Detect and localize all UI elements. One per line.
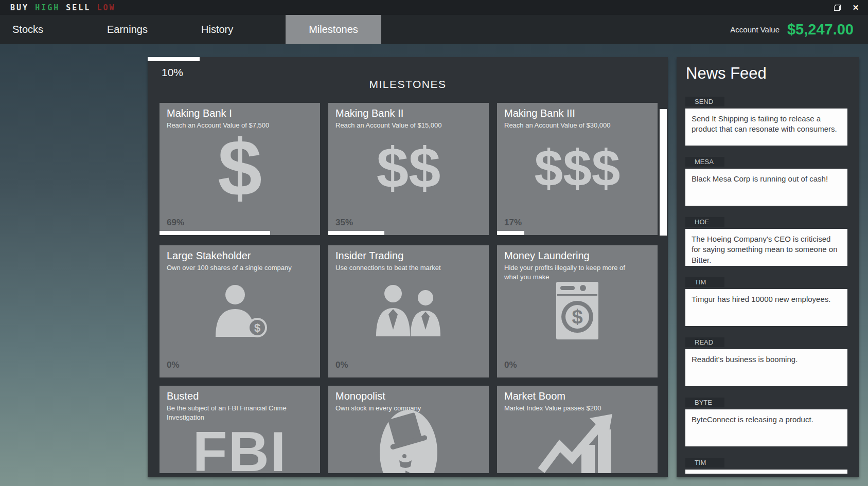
svg-text:$: $ [572, 306, 582, 328]
milestones-heading: MILESTONES [148, 78, 668, 91]
tab-history[interactable]: History [201, 15, 233, 44]
milestone-card-money-laundering: Money Laundering Hide your profits illeg… [497, 245, 658, 377]
svg-text:$: $ [254, 321, 260, 334]
news-item-text: Black Mesa Corp is running out of cash! [685, 169, 847, 206]
news-item-text: Send It Shipping is failing to release a… [685, 109, 847, 146]
window-controls: ✕ [832, 0, 861, 15]
milestone-title: Market Boom [497, 386, 658, 402]
milestone-progress-bar [497, 231, 524, 235]
milestone-percent-label: 0% [167, 360, 180, 370]
news-item-ticker-tag: MESA [685, 157, 724, 167]
milestones-overall-progress-label: 10% [162, 66, 183, 79]
close-button[interactable]: ✕ [851, 3, 861, 13]
title-word-high: HIGH [35, 3, 60, 12]
window-title-bar: BUY HIGH SELL LOW ✕ [0, 0, 868, 15]
milestone-card-making-bank-1: Making Bank I Reach an Account Value of … [160, 103, 320, 235]
milestone-title: Making Bank II [328, 103, 489, 119]
milestone-card-market-boom: Market Boom Market Index Value passes $2… [497, 386, 658, 473]
news-item-ticker-tag: BYTE [685, 398, 724, 407]
restore-icon [834, 5, 841, 11]
news-item-ticker-tag: READ [685, 337, 724, 347]
main-tab-bar: Stocks Earnings History Milestones Accou… [0, 15, 868, 44]
fbi-letters-icon: FBI [192, 423, 287, 473]
two-businessmen-icon [328, 267, 489, 354]
milestone-title: Making Bank I [160, 103, 320, 119]
news-item: BYTE ByteConnect is releasing a product. [685, 398, 850, 446]
news-item-text: Timgur has hired 10000 new employees. [685, 289, 847, 326]
title-word-buy: BUY [10, 3, 29, 12]
milestone-title: Busted [160, 386, 320, 402]
double-dollar-icon: $$ [377, 139, 441, 197]
milestones-overall-progress-bar [148, 57, 200, 61]
milestone-card-monopolist: Monopolist Own stock in every company [328, 386, 489, 473]
news-item: MESA Black Mesa Corp is running out of c… [685, 157, 850, 206]
milestone-percent-label: 0% [504, 360, 517, 370]
account-value-label: Account Value [730, 25, 780, 34]
news-item: TIM Timgur has hired 10000 new employees… [685, 277, 850, 326]
milestone-card-insider-trading: Insider Trading Use connections to beat … [328, 245, 489, 377]
news-item-text: ByteConnect is releasing a product. [685, 409, 847, 446]
news-feed-panel: News Feed SEND Send It Shipping is faili… [677, 57, 859, 477]
news-item: READ Readdit's business is booming. [685, 337, 850, 386]
milestone-card-making-bank-3: Making Bank III Reach an Account Value o… [497, 103, 658, 235]
news-item-ticker-tag: SEND [685, 97, 724, 106]
single-dollar-icon: $ [218, 128, 262, 208]
news-item: HOE The Hoeing Company's CEO is criticis… [685, 217, 850, 266]
tab-earnings[interactable]: Earnings [107, 15, 148, 44]
milestones-scrollbar[interactable] [660, 109, 667, 236]
milestone-title: Large Stakeholder [160, 245, 320, 262]
milestone-progress-bar [160, 231, 270, 235]
restore-button[interactable] [832, 3, 842, 13]
milestone-card-making-bank-2: Making Bank II Reach an Account Value of… [328, 103, 489, 235]
milestone-percent-label: 69% [167, 218, 184, 228]
news-item-ticker-tag: TIM [685, 277, 724, 287]
milestone-percent-label: 35% [335, 218, 353, 228]
shareholder-person-coin-icon: $ [160, 267, 320, 354]
washing-machine-dollar-icon: $ [497, 267, 658, 354]
milestone-title: Money Laundering [497, 245, 658, 262]
tab-milestones[interactable]: Milestones [286, 15, 381, 44]
milestone-card-large-stakeholder: Large Stakeholder Own over 100 shares of… [160, 245, 320, 377]
title-word-low: LOW [97, 3, 115, 12]
rising-chart-arrow-icon [497, 409, 658, 473]
news-item-text [685, 470, 847, 474]
milestone-progress-bar [328, 231, 384, 235]
triple-dollar-icon: $$$ [535, 142, 621, 194]
news-item: TIM [685, 458, 850, 474]
news-item-ticker-tag: TIM [685, 458, 724, 467]
news-item: SEND Send It Shipping is failing to rele… [685, 97, 850, 146]
milestones-panel: 10% MILESTONES Making Bank I Reach an Ac… [148, 57, 668, 477]
news-feed-list: SEND Send It Shipping is failing to rele… [685, 57, 850, 474]
milestone-percent-label: 17% [504, 218, 522, 228]
close-icon: ✕ [853, 4, 859, 11]
milestone-title: Insider Trading [328, 245, 489, 262]
account-value-display: Account Value $5,247.00 [730, 15, 854, 44]
title-word-sell: SELL [66, 3, 91, 12]
milestone-title: Monopolist [328, 386, 489, 402]
news-item-text: Readdit's business is booming. [685, 349, 847, 386]
milestone-percent-label: 0% [335, 360, 348, 370]
news-item-text: The Hoeing Company's CEO is criticised f… [685, 229, 847, 266]
news-item-ticker-tag: HOE [685, 217, 724, 227]
tab-stocks[interactable]: Stocks [12, 15, 43, 44]
account-value-amount: $5,247.00 [787, 21, 854, 38]
top-hat-tycoon-icon [328, 409, 489, 473]
game-title: BUY HIGH SELL LOW [10, 3, 116, 12]
milestone-title: Making Bank III [497, 103, 658, 119]
milestone-card-busted: Busted Be the subject of an FBI Financia… [160, 386, 320, 473]
